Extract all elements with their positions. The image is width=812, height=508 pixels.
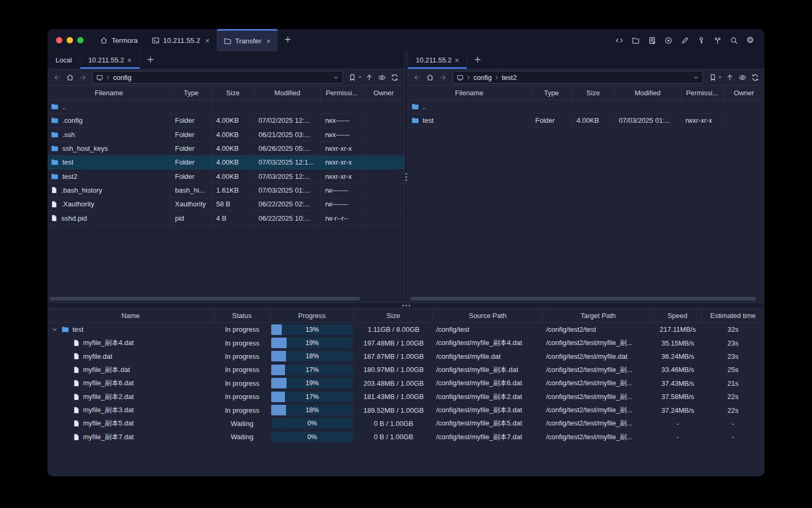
transfer-row[interactable]: testIn progress13%1.11GB / 8.00GB/config… xyxy=(48,323,764,336)
vertical-splitter[interactable] xyxy=(404,51,408,302)
column-header[interactable]: Size xyxy=(573,86,615,99)
path-segment[interactable]: config xyxy=(474,74,492,81)
column-header[interactable]: Modified xyxy=(254,86,321,99)
column-header[interactable]: Size xyxy=(354,309,433,322)
show-hidden-eye-icon[interactable] xyxy=(737,72,748,83)
transfer-target-path: /config/test2/test/myfile_副... xyxy=(543,378,654,388)
column-header[interactable]: Status xyxy=(214,309,270,322)
column-header[interactable]: Owner xyxy=(363,86,404,99)
folder-outline-icon[interactable] xyxy=(630,34,641,46)
file-row[interactable]: ssh_host_keysFolder4.00KB06/26/2025 05:.… xyxy=(48,142,404,156)
column-header[interactable]: Modified xyxy=(615,86,681,99)
transfer-progress: 0% xyxy=(270,418,354,429)
transfer-row[interactable]: myfile_副本5.datWaiting0%0 B / 1.00GB/conf… xyxy=(48,417,764,430)
left-panel-tab[interactable]: Local xyxy=(48,51,80,69)
window-tab-termora[interactable]: Termora xyxy=(93,29,145,51)
refresh-icon[interactable] xyxy=(390,72,400,83)
code-icon[interactable] xyxy=(613,34,625,46)
column-header[interactable]: Name xyxy=(48,309,214,322)
settings-icon[interactable]: ⚙ xyxy=(744,34,756,46)
file-row[interactable]: .configFolder4.00KB07/02/2025 12:...rwx-… xyxy=(48,114,404,128)
bookmark-icon[interactable] xyxy=(707,72,718,83)
show-hidden-eye-icon[interactable] xyxy=(377,72,387,83)
close-icon[interactable]: × xyxy=(455,57,459,64)
column-header[interactable]: Speed xyxy=(654,309,702,322)
column-header[interactable]: Estimated time xyxy=(702,309,764,322)
column-header[interactable]: Permissi... xyxy=(681,86,724,99)
close-icon[interactable]: × xyxy=(127,57,132,64)
close-icon[interactable]: × xyxy=(266,37,271,45)
file-modified: 07/03/2025 12:1... xyxy=(254,156,321,169)
column-header[interactable]: Permissi... xyxy=(321,86,363,99)
file-table-header: FilenameTypeSizeModifiedPermissi...Owner xyxy=(408,86,765,100)
file-row[interactable]: sshd.pidpid4 B06/22/2025 10:...rw-r--r-- xyxy=(48,211,404,225)
left-panel-tab[interactable]: 10.211.55.2× xyxy=(80,51,140,69)
right-path-breadcrumb[interactable]: configtest2 xyxy=(453,71,704,84)
transfer-row[interactable]: myfile_副本.datIn progress17%180.97MB / 1.… xyxy=(48,363,764,376)
upload-arrow-icon[interactable] xyxy=(724,72,735,83)
column-header[interactable]: Source Path xyxy=(433,309,543,322)
bookmark-dropdown-icon[interactable] xyxy=(718,75,722,79)
back-arrow-icon[interactable] xyxy=(412,72,423,83)
forward-arrow-icon[interactable] xyxy=(438,72,448,83)
column-header[interactable]: Filename xyxy=(48,86,171,99)
column-header[interactable]: Size xyxy=(212,86,254,99)
key-icon[interactable] xyxy=(695,34,707,46)
path-dropdown-icon[interactable] xyxy=(693,75,699,80)
window-tab-host[interactable]: 10.211.55.2× xyxy=(145,29,217,51)
log-icon[interactable] xyxy=(646,34,658,46)
column-header[interactable]: Type xyxy=(531,86,573,99)
computer-icon xyxy=(457,74,464,81)
home-icon[interactable] xyxy=(425,72,436,83)
right-new-panel-tab-button[interactable] xyxy=(467,51,488,69)
horizontal-scrollbar[interactable] xyxy=(410,297,756,301)
column-header[interactable]: Filename xyxy=(408,86,531,99)
back-arrow-icon[interactable] xyxy=(52,72,62,83)
file-row[interactable]: .bash_historybash_hi...1.61KB07/03/2025 … xyxy=(48,184,404,197)
transfer-row[interactable]: myfile_副本7.datWaiting0%0 B / 1.00GB/conf… xyxy=(48,430,764,443)
column-header[interactable]: Type xyxy=(171,86,212,99)
horizontal-splitter[interactable] xyxy=(48,302,764,309)
record-icon[interactable] xyxy=(662,34,674,46)
file-type: Folder xyxy=(171,156,212,169)
horizontal-scrollbar[interactable] xyxy=(50,297,360,301)
edit-icon[interactable] xyxy=(679,34,690,46)
file-row[interactable]: .. xyxy=(48,100,404,114)
close-icon[interactable]: × xyxy=(205,37,210,44)
file-row[interactable]: .sshFolder4.00KB06/21/2025 03:...rwx----… xyxy=(48,128,404,142)
file-row[interactable]: .. xyxy=(408,100,765,114)
left-new-panel-tab-button[interactable] xyxy=(140,51,161,69)
forward-arrow-icon[interactable] xyxy=(77,72,88,83)
expand-chevron-icon[interactable] xyxy=(51,326,58,332)
transfer-row[interactable]: myfile_副本6.datIn progress19%203.48MB / 1… xyxy=(48,377,764,390)
search-icon[interactable] xyxy=(728,34,740,46)
path-dropdown-icon[interactable] xyxy=(333,75,339,80)
path-segment[interactable]: test2 xyxy=(502,74,516,81)
file-row[interactable]: testFolder4.00KB07/03/2025 12:1...rwxr-x… xyxy=(48,156,404,169)
zoom-window-button[interactable] xyxy=(77,37,84,43)
file-row[interactable]: testFolder4.00KB07/03/2025 01:...rwxr-xr… xyxy=(408,114,765,128)
home-icon[interactable] xyxy=(64,72,75,83)
upload-arrow-icon[interactable] xyxy=(364,72,375,83)
minimize-window-button[interactable] xyxy=(67,37,73,43)
right-panel-tab[interactable]: 10.211.55.2× xyxy=(408,51,468,69)
path-segment[interactable]: config xyxy=(113,74,132,81)
left-path-breadcrumb[interactable]: config xyxy=(92,71,343,84)
keychain-icon[interactable] xyxy=(712,34,723,46)
transfer-row[interactable]: myfile.datIn progress18%187.87MB / 1.00G… xyxy=(48,350,764,363)
file-row[interactable]: test2Folder4.00KB07/03/2025 12:...rwxr-x… xyxy=(48,169,404,183)
close-window-button[interactable] xyxy=(56,37,62,43)
window-tab-transfer[interactable]: Transfer× xyxy=(217,29,278,51)
column-header[interactable]: Progress xyxy=(270,309,354,322)
new-window-tab-button[interactable] xyxy=(278,29,298,51)
refresh-icon[interactable] xyxy=(750,72,760,83)
bookmark-icon[interactable] xyxy=(347,72,358,83)
plus-icon xyxy=(284,35,292,45)
transfer-row[interactable]: myfile_副本2.datIn progress17%181.43MB / 1… xyxy=(48,390,764,403)
transfer-row[interactable]: myfile_副本4.datIn progress19%197.48MB / 1… xyxy=(48,336,764,349)
column-header[interactable]: Owner xyxy=(724,86,765,99)
transfer-row[interactable]: myfile_副本3.datIn progress18%189.52MB / 1… xyxy=(48,403,764,416)
file-row[interactable]: .XauthorityXauthority58 B06/22/2025 02:.… xyxy=(48,197,404,211)
column-header[interactable]: Target Path xyxy=(543,309,654,322)
bookmark-dropdown-icon[interactable] xyxy=(358,75,362,79)
